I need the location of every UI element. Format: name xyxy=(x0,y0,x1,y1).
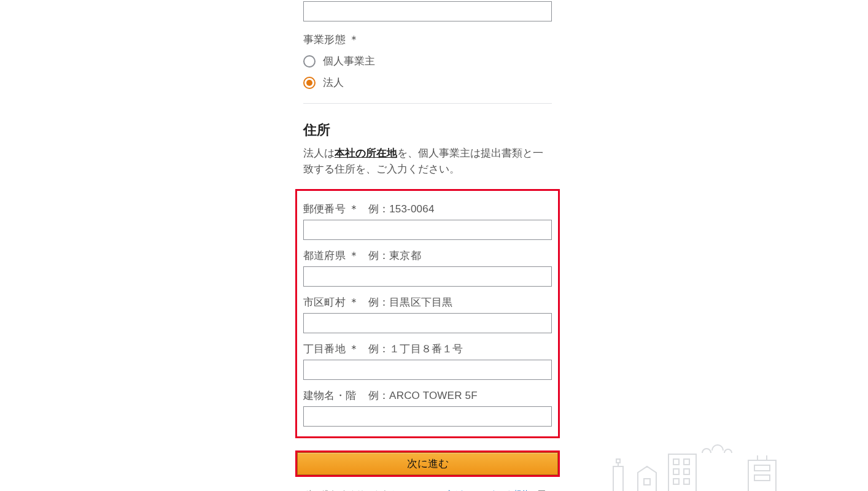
required-mark: ＊ xyxy=(349,296,359,308)
company-name-input[interactable] xyxy=(303,1,552,21)
desc-pre: 法人は xyxy=(303,147,335,159)
business-form-label-text: 事業形態 xyxy=(303,34,346,45)
field-label-row: 市区町村 ＊ 例：目黒区下目黒 xyxy=(303,295,552,309)
svg-rect-6 xyxy=(684,479,689,484)
field-hint: 例：目黒区下目黒 xyxy=(368,296,453,308)
required-mark: ＊ xyxy=(349,343,359,355)
field-hint: 例：１丁目８番１号 xyxy=(368,343,463,355)
field-label-row: 都道府県 ＊ 例：東京都 xyxy=(303,249,552,263)
field-postal: 郵便番号 ＊ 例：153-0064 xyxy=(303,202,552,240)
radio-dot-icon xyxy=(306,80,312,86)
required-mark: ＊ xyxy=(349,250,359,261)
field-hint: 例：153-0064 xyxy=(368,203,435,215)
field-prefecture: 都道府県 ＊ 例：東京都 xyxy=(303,249,552,287)
field-label-row: 郵便番号 ＊ 例：153-0064 xyxy=(303,202,552,216)
radio-icon-selected xyxy=(303,77,316,89)
svg-rect-2 xyxy=(684,459,689,465)
divider xyxy=(303,103,552,104)
field-label: 建物名・階 xyxy=(303,390,356,401)
city-input[interactable] xyxy=(303,313,552,333)
field-label: 市区町村 xyxy=(303,296,346,308)
radio-label: 法人 xyxy=(323,75,344,90)
svg-rect-7 xyxy=(754,465,770,471)
field-building: 建物名・階 例：ARCO TOWER 5F xyxy=(303,389,552,427)
svg-rect-1 xyxy=(673,459,679,465)
form-column: 事業形態 ＊ 個人事業主 法人 住所 法人は本社の所在地を、個人事業主は提出書類… xyxy=(303,0,552,491)
next-button[interactable]: 次に進む xyxy=(297,452,558,475)
submit-highlight-box: 次に進む xyxy=(295,450,560,477)
svg-rect-4 xyxy=(684,469,689,474)
address-section-title: 住所 xyxy=(303,121,552,139)
city-illustration-icon xyxy=(610,442,807,491)
required-mark: ＊ xyxy=(349,34,359,45)
svg-rect-5 xyxy=(673,479,679,484)
radio-label: 個人事業主 xyxy=(323,54,375,68)
svg-rect-0 xyxy=(644,479,650,485)
business-form-label: 事業形態 ＊ xyxy=(303,33,552,47)
address-highlight-box: 郵便番号 ＊ 例：153-0064 都道府県 ＊ 例：東京都 市区町村 ＊ 例：… xyxy=(295,189,560,438)
svg-rect-3 xyxy=(673,469,679,474)
radio-icon xyxy=(303,55,316,68)
field-label: 郵便番号 xyxy=(303,203,346,215)
field-city: 市区町村 ＊ 例：目黒区下目黒 xyxy=(303,295,552,333)
consent-text: "次に進む"をクリックすると、Amazonビジネスアカウント規約に同意したことに… xyxy=(303,488,552,491)
field-label-row: 丁目番地 ＊ 例：１丁目８番１号 xyxy=(303,342,552,356)
field-label: 丁目番地 xyxy=(303,343,346,355)
field-hint: 例：ARCO TOWER 5F xyxy=(368,390,478,401)
business-form-option-sole[interactable]: 個人事業主 xyxy=(303,54,552,68)
postal-input[interactable] xyxy=(303,220,552,240)
required-mark: ＊ xyxy=(349,203,359,215)
address-section-desc: 法人は本社の所在地を、個人事業主は提出書類と一致する住所を、ご入力ください。 xyxy=(303,145,552,178)
business-form-option-corp[interactable]: 法人 xyxy=(303,75,552,90)
field-street: 丁目番地 ＊ 例：１丁目８番１号 xyxy=(303,342,552,380)
desc-bold: 本社の所在地 xyxy=(335,147,397,159)
field-label: 都道府県 xyxy=(303,250,346,261)
field-hint: 例：東京都 xyxy=(368,250,421,261)
svg-rect-8 xyxy=(754,475,770,481)
field-label-row: 建物名・階 例：ARCO TOWER 5F xyxy=(303,389,552,403)
prefecture-input[interactable] xyxy=(303,266,552,287)
building-input[interactable] xyxy=(303,406,552,427)
street-input[interactable] xyxy=(303,360,552,380)
